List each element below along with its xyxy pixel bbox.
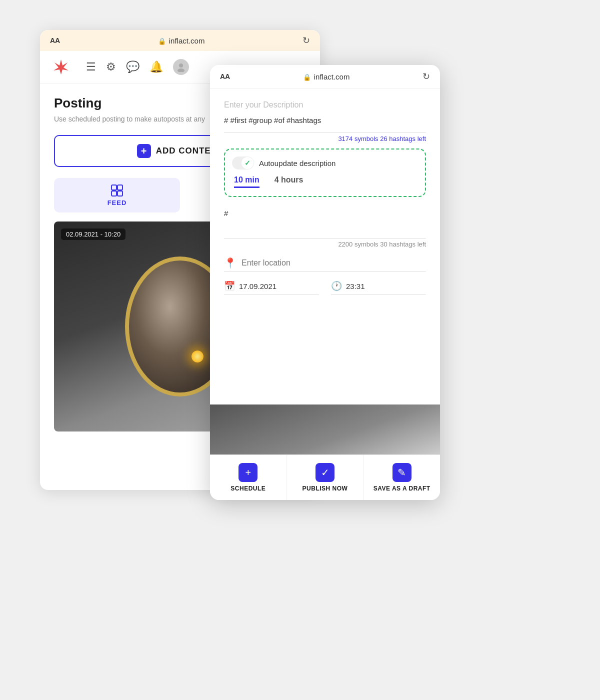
- action-bar: + SCHEDULE ✓ PUBLISH NOW ✎ SAVE AS A DRA…: [210, 454, 440, 500]
- clock-icon: 🕐: [331, 280, 342, 292]
- svg-rect-6: [118, 191, 122, 196]
- toggle-knob: ✓: [242, 157, 254, 169]
- option-4hours[interactable]: 4 hours: [274, 176, 304, 188]
- location-row: 📍: [224, 257, 426, 269]
- svg-point-2: [178, 68, 184, 72]
- svg-rect-3: [112, 185, 116, 190]
- hashtag-input-area[interactable]: #: [224, 206, 426, 236]
- symbols-count: 3174 symbols 26 hashtags left: [224, 135, 426, 142]
- schedule-label: SCHEDULE: [230, 485, 266, 492]
- autoupdate-toggle[interactable]: ✓: [232, 156, 254, 170]
- toggle-check-icon: ✓: [244, 159, 250, 167]
- fg-address-bar: AA inflact.com ↻: [210, 65, 440, 88]
- hashtag-count: 2200 symbols 30 hashtags left: [224, 240, 426, 248]
- fg-lock-icon: [303, 72, 311, 81]
- publish-now-button[interactable]: ✓ PUBLISH NOW: [287, 455, 364, 500]
- svg-rect-5: [112, 191, 116, 196]
- hashtag-symbol: #: [224, 116, 230, 124]
- fg-url-pill: inflact.com: [236, 72, 416, 81]
- autoupdate-row: ✓ Autoupdate description: [232, 156, 416, 170]
- modal-content: Enter your Description # #first #group #…: [210, 88, 440, 404]
- save-draft-label: SAVE AS A DRAFT: [374, 485, 430, 492]
- save-draft-icon: ✎: [392, 463, 412, 482]
- svg-rect-4: [118, 185, 122, 190]
- fg-reload-icon[interactable]: ↻: [422, 71, 430, 82]
- description-divider: [224, 132, 426, 133]
- settings-icon[interactable]: ⚙: [106, 60, 116, 74]
- autoupdate-box: ✓ Autoupdate description 10 min 4 hours: [224, 148, 426, 197]
- location-pin-icon: 📍: [224, 257, 236, 269]
- fg-url-text: inflact.com: [314, 72, 350, 81]
- menu-icon[interactable]: ☰: [86, 60, 96, 74]
- chat-icon[interactable]: 💬: [126, 60, 140, 74]
- datetime-row: 📅 17.09.2021 🕐 23:31: [224, 280, 426, 295]
- partial-bottom-image: [210, 404, 440, 454]
- publish-label: PUBLISH NOW: [302, 485, 348, 492]
- option-10min[interactable]: 10 min: [234, 176, 260, 188]
- date-value: 17.09.2021: [239, 282, 276, 290]
- location-input[interactable]: [242, 258, 426, 268]
- feed-tab-label: FEED: [108, 199, 127, 206]
- hashtag-section: # 2200 symbols 30 hashtags left: [224, 206, 426, 248]
- foreground-browser: AA inflact.com ↻ Enter your Description …: [210, 65, 440, 500]
- save-draft-button[interactable]: ✎ SAVE AS A DRAFT: [364, 455, 440, 500]
- autoupdate-options: 10 min 4 hours: [232, 176, 416, 188]
- date-field[interactable]: 📅 17.09.2021: [224, 280, 319, 295]
- bell-icon[interactable]: 🔔: [150, 60, 163, 74]
- app-logo[interactable]: [52, 58, 70, 76]
- fg-aa-label: AA: [220, 72, 230, 80]
- autoupdate-label: Autoupdate description: [259, 159, 336, 168]
- bg-address-bar: AA inflact.com ↻: [40, 30, 320, 51]
- description-placeholder: Enter your Description: [224, 100, 426, 110]
- tab-feed[interactable]: FEED: [54, 178, 180, 212]
- description-section: Enter your Description # #first #group #…: [224, 100, 426, 126]
- description-hashtags: # #first #group #of #hashtags: [224, 114, 426, 126]
- svg-point-1: [179, 64, 183, 68]
- hashtag-hash-icon: #: [224, 209, 228, 218]
- bg-url-pill: inflact.com: [66, 36, 296, 45]
- time-value: 23:31: [346, 282, 365, 290]
- schedule-button[interactable]: + SCHEDULE: [210, 455, 287, 500]
- svg-marker-0: [54, 60, 68, 74]
- user-avatar[interactable]: [173, 59, 189, 75]
- bg-aa-label: AA: [50, 36, 60, 44]
- bg-reload-icon[interactable]: ↻: [302, 35, 310, 46]
- bg-lock-icon: [158, 36, 166, 45]
- add-content-plus-icon: +: [137, 144, 151, 158]
- feed-timestamp: 02.09.2021 - 10:20: [61, 228, 126, 240]
- location-divider: [224, 271, 426, 272]
- time-field[interactable]: 🕐 23:31: [331, 280, 426, 295]
- app-nav-icons: ☰ ⚙ 💬 🔔: [86, 59, 189, 75]
- bg-url-text: inflact.com: [169, 36, 205, 45]
- schedule-icon: +: [238, 463, 258, 482]
- hashtag-divider: [224, 238, 426, 238]
- mirror-light: [192, 350, 204, 362]
- calendar-icon: 📅: [224, 280, 235, 292]
- publish-icon: ✓: [316, 463, 334, 482]
